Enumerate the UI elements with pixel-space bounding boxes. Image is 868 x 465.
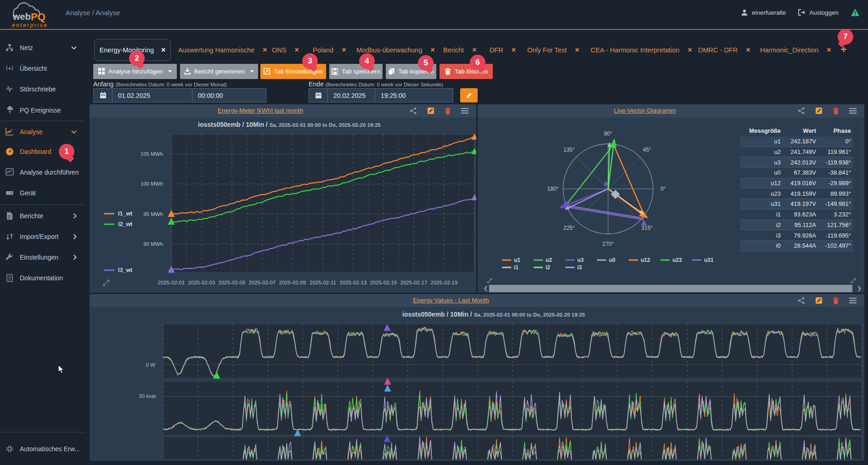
annotation-badge-1: 1 (59, 144, 74, 159)
svg-text:2025-02-09: 2025-02-09 (279, 280, 306, 285)
tab-close-icon[interactable]: × (688, 46, 692, 54)
vertical-scrollbar[interactable] (862, 120, 864, 282)
tab-einstellungen-button[interactable]: Tab Einstellungen (260, 64, 326, 79)
tab-poland[interactable]: Poland× (313, 39, 346, 61)
svg-text:2025-02-05: 2025-02-05 (219, 280, 246, 285)
sidebar-item-netz[interactable]: Netz (0, 41, 85, 55)
ende-time-input[interactable]: 19:25:00 (375, 89, 453, 102)
calendar-icon[interactable] (94, 89, 112, 102)
anfang-label: Anfang (Berechnetes Datum: 0 week vor Di… (93, 80, 227, 88)
tab-close-icon[interactable]: × (294, 46, 299, 54)
live-vector-diagram: 0°45°90°135°180°225°270°315°0u1u2u3u0u12… (478, 118, 735, 274)
tab-harmonic-direction[interactable]: Harmonic_Direction× (760, 39, 831, 61)
sidebar-item-analyse-durchf-hren[interactable]: Analyse durchführen (0, 165, 85, 179)
tab-close-icon[interactable]: × (263, 46, 267, 54)
tab-close-icon[interactable]: × (827, 46, 831, 54)
sidebar-item-automatisches[interactable]: Automatisches Erw... (0, 442, 85, 456)
ende-date-input[interactable]: 20.02.2025 (327, 89, 375, 102)
share-icon[interactable] (798, 297, 805, 304)
sidebar-item-analyse[interactable]: Analyse (0, 125, 85, 139)
anfang-time-input[interactable]: 00:00:00 (192, 89, 266, 102)
svg-text:180°: 180° (547, 186, 559, 192)
menu-icon[interactable] (461, 108, 468, 114)
sidebar-item-st-rschriebe[interactable]: Störschriebe (0, 82, 85, 96)
sidebar-item-label: Gerät (20, 189, 36, 197)
warning-icon[interactable] (851, 8, 860, 17)
menu-icon[interactable] (849, 297, 857, 304)
tab-dmrc-dfr[interactable]: DMRC - DFR× (698, 39, 750, 61)
trash-icon[interactable] (833, 297, 839, 304)
resize-handle[interactable] (850, 277, 857, 284)
chart-line-icon (6, 128, 14, 136)
share-icon[interactable] (410, 107, 417, 114)
ende-datetime-input: 20.02.2025 19:25:00 (309, 88, 453, 102)
tab-cea-harmonic-interpretation[interactable]: CEA - Harmonic Interpretation× (591, 39, 692, 61)
svg-text:95 MWh: 95 MWh (143, 211, 163, 217)
y-axis-label: 0 W (118, 362, 155, 368)
sidebar-item-label: PQ Ereignisse (20, 107, 61, 114)
menu-icon[interactable] (849, 108, 857, 114)
sidebar-item--bersicht[interactable]: Übersicht (0, 62, 85, 75)
tab-close-icon[interactable]: × (472, 46, 476, 54)
edit-icon[interactable] (815, 297, 823, 304)
username[interactable]: einerfueralle (752, 9, 786, 16)
table-row-u31: u31419.197V-149.981° (740, 199, 853, 210)
svg-text:0°: 0° (660, 186, 666, 192)
panel-title-link[interactable]: Energy Values - Last Month (90, 297, 812, 304)
trash-icon[interactable] (445, 107, 451, 114)
calendar-icon[interactable] (309, 89, 327, 102)
tab-speichern-button[interactable]: Tab speichern (329, 64, 383, 79)
edit-icon[interactable] (815, 107, 823, 114)
analyse-hinzuf-gen-button[interactable]: Analyse hinzufügen (93, 64, 177, 79)
tab-close-icon[interactable]: × (575, 46, 579, 54)
tab-close-icon[interactable]: × (746, 46, 750, 54)
share-icon[interactable] (798, 107, 805, 114)
panel-actions (798, 297, 857, 304)
tab-l-schen-button[interactable]: Tab löschen (440, 64, 493, 79)
table-row-u23: u23419.159V89.993° (740, 188, 853, 199)
sidebar-item-berichte[interactable]: Berichte (0, 209, 85, 223)
annotation-badge-4: 4 (359, 53, 375, 69)
svg-text:2025-02-01: 2025-02-01 (158, 280, 185, 285)
tab-close-icon[interactable]: × (512, 46, 516, 54)
tab-label: Modbus-überwachung (356, 46, 422, 54)
scroll-left-button[interactable]: ❮ (482, 285, 489, 292)
tab-ons[interactable]: ONS× (272, 39, 299, 61)
tab-close-icon[interactable]: × (342, 46, 346, 54)
tab-close-icon[interactable]: × (161, 46, 165, 54)
edit-daterange-button[interactable] (460, 88, 478, 102)
anfang-date-input[interactable]: 01.02.2025 (112, 89, 192, 102)
table-header: MessgrößeWertPhase (740, 127, 853, 136)
tab-auswertung-harmonische[interactable]: Auswertung Harmonische× (178, 39, 267, 61)
horizontal-scrollbar[interactable] (489, 285, 852, 292)
panel-title-link[interactable]: Live-Vector-Diagramm (478, 107, 812, 114)
sidebar-item-einstellungen[interactable]: Einstellungen (0, 250, 85, 264)
sidebar-item-import-export[interactable]: Import/Export (0, 230, 85, 244)
sidebar-item-label: Netz (20, 44, 33, 51)
scroll-right-button[interactable]: ❯ (855, 285, 863, 292)
svg-text:u0: u0 (609, 257, 615, 263)
user-icon (741, 9, 748, 16)
sidebar-item-pq-ereignisse[interactable]: PQ Ereignisse (0, 103, 85, 117)
tab-dfr[interactable]: DFR× (490, 39, 516, 61)
logout-button[interactable]: Ausloggen (809, 9, 839, 16)
tab-only-for-test[interactable]: Only For Test× (527, 39, 579, 61)
svg-text:u2: u2 (546, 257, 552, 263)
tab-close-icon[interactable]: × (430, 46, 434, 54)
sidebar-item-ger-t[interactable]: Gerät (0, 186, 85, 200)
bericht-generieren-button[interactable]: Bericht generieren (180, 64, 258, 79)
logout-icon (798, 9, 806, 16)
device-icon (6, 189, 14, 197)
edit-icon[interactable] (427, 107, 434, 114)
panel-actions (798, 107, 857, 114)
caret-down-icon (168, 70, 172, 73)
svg-text:105 MWh: 105 MWh (141, 151, 163, 157)
sidebar-item-dokumentation[interactable]: Dokumentation (0, 271, 85, 285)
annotation-badge-7: 7 (838, 29, 853, 45)
y-axis-label: 20 kvar (119, 393, 156, 399)
panel-title-link[interactable]: Energy-Meter [kWh] last month (90, 107, 431, 114)
resize-handle[interactable] (486, 277, 493, 284)
svg-text:135°: 135° (564, 147, 575, 153)
trash-icon[interactable] (833, 107, 839, 114)
breadcrumb[interactable]: Analyse / Analyse (66, 9, 120, 17)
